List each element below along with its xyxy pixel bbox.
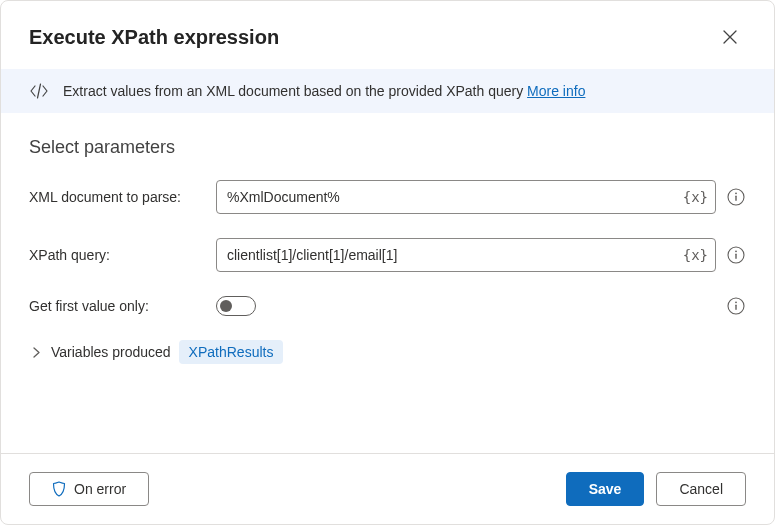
info-icon[interactable] — [726, 296, 746, 316]
param-row-xpath-query: XPath query: {x} — [29, 238, 746, 272]
variables-produced-row: Variables produced XPathResults — [29, 340, 746, 364]
more-info-link[interactable]: More info — [527, 83, 585, 99]
info-text: Extract values from an XML document base… — [63, 83, 523, 99]
svg-point-7 — [735, 301, 737, 303]
svg-rect-5 — [735, 254, 736, 260]
dialog-title: Execute XPath expression — [29, 26, 279, 49]
xml-document-label: XML document to parse: — [29, 189, 204, 205]
shield-icon — [52, 481, 66, 497]
variable-chip[interactable]: XPathResults — [179, 340, 284, 364]
toggle-thumb — [220, 300, 232, 312]
variables-produced-label[interactable]: Variables produced — [51, 344, 171, 360]
xml-document-input[interactable] — [216, 180, 716, 214]
param-row-first-only: Get first value only: — [29, 296, 746, 316]
xpath-query-input[interactable] — [216, 238, 716, 272]
code-icon — [29, 83, 49, 99]
close-icon — [723, 30, 737, 44]
dialog-header: Execute XPath expression — [1, 1, 774, 69]
close-button[interactable] — [714, 21, 746, 53]
chevron-right-icon[interactable] — [29, 347, 43, 358]
dialog-body: Select parameters XML document to parse:… — [1, 113, 774, 453]
info-icon[interactable] — [726, 245, 746, 265]
svg-rect-2 — [735, 196, 736, 202]
info-bar: Extract values from an XML document base… — [1, 69, 774, 113]
first-only-label: Get first value only: — [29, 298, 204, 314]
section-title: Select parameters — [29, 137, 746, 158]
on-error-button[interactable]: On error — [29, 472, 149, 506]
cancel-button[interactable]: Cancel — [656, 472, 746, 506]
svg-point-4 — [735, 250, 737, 252]
save-label: Save — [589, 481, 622, 497]
svg-rect-8 — [735, 305, 736, 311]
first-only-toggle[interactable] — [216, 296, 256, 316]
dialog: Execute XPath expression Extract values … — [0, 0, 775, 525]
param-row-xml-document: XML document to parse: {x} — [29, 180, 746, 214]
cancel-label: Cancel — [679, 481, 723, 497]
info-description: Extract values from an XML document base… — [63, 83, 585, 99]
on-error-label: On error — [74, 481, 126, 497]
info-icon[interactable] — [726, 187, 746, 207]
variable-picker-icon[interactable]: {x} — [683, 247, 708, 263]
xpath-query-label: XPath query: — [29, 247, 204, 263]
dialog-footer: On error Save Cancel — [1, 453, 774, 524]
save-button[interactable]: Save — [566, 472, 645, 506]
svg-point-1 — [735, 192, 737, 194]
variable-picker-icon[interactable]: {x} — [683, 189, 708, 205]
